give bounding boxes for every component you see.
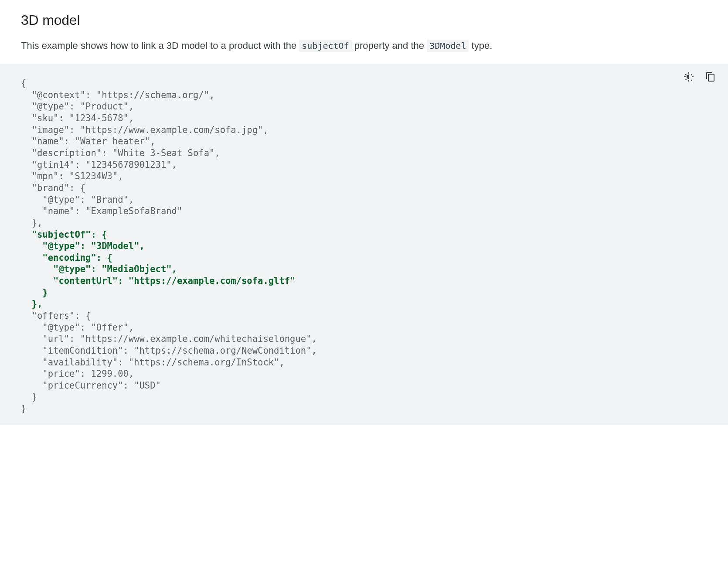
code-line: },: [21, 218, 42, 228]
code-line: "@type": "3DModel",: [21, 241, 145, 251]
code-line: "sku": "1234-5678",: [21, 113, 134, 123]
code-line: "@type": "Product",: [21, 101, 134, 112]
code-line: "description": "White 3-Seat Sofa",: [21, 148, 220, 158]
code-line: "@context": "https://schema.org/",: [21, 90, 214, 100]
code-line: "name": "ExampleSofaBrand": [21, 206, 182, 216]
intro-text-pre: This example shows how to link a 3D mode…: [21, 40, 299, 51]
section-heading: 3D model: [21, 12, 707, 28]
toggle-theme-button[interactable]: [682, 70, 696, 84]
code-line: "price": 1299.00,: [21, 368, 134, 379]
code-line: "name": "Water heater",: [21, 136, 156, 147]
intro-text-mid: property and the: [352, 40, 427, 51]
code-line: "offers": {: [21, 310, 91, 321]
code-line: "availability": "https://schema.org/InSt…: [21, 357, 285, 368]
code-line: "priceCurrency": "USD": [21, 380, 161, 391]
code-line: "@type": "MediaObject",: [21, 264, 177, 274]
intro-paragraph: This example shows how to link a 3D mode…: [21, 38, 707, 53]
copy-code-button[interactable]: [704, 70, 718, 84]
inline-code-subjectof: subjectOf: [299, 40, 351, 52]
brightness-icon: [684, 72, 694, 82]
code-line: "@type": "Brand",: [21, 194, 134, 205]
code-line: "itemCondition": "https://schema.org/New…: [21, 345, 317, 356]
code-line: "mpn": "S1234W3",: [21, 171, 123, 181]
code-line: }: [21, 403, 26, 414]
code-line: {: [21, 78, 26, 89]
copy-icon: [705, 72, 716, 82]
code-line: },: [21, 299, 42, 309]
inline-code-3dmodel: 3DModel: [427, 40, 469, 52]
code-line: "contentUrl": "https://example.com/sofa.…: [21, 276, 295, 286]
code-line: "url": "https://www.example.com/whitecha…: [21, 334, 317, 344]
code-content: { "@context": "https://schema.org/", "@t…: [21, 78, 718, 415]
code-toolbar: [682, 70, 718, 84]
code-line: "brand": {: [21, 183, 85, 193]
code-block: { "@context": "https://schema.org/", "@t…: [0, 64, 728, 425]
code-line: }: [21, 287, 48, 298]
code-line: "encoding": {: [21, 252, 112, 263]
intro-text-post: type.: [469, 40, 492, 51]
code-line: "subjectOf": {: [21, 229, 107, 240]
code-line: "@type": "Offer",: [21, 322, 134, 333]
code-line: "gtin14": "12345678901231",: [21, 160, 177, 170]
code-line: }: [21, 392, 37, 402]
code-line: "image": "https://www.example.com/sofa.j…: [21, 125, 269, 135]
